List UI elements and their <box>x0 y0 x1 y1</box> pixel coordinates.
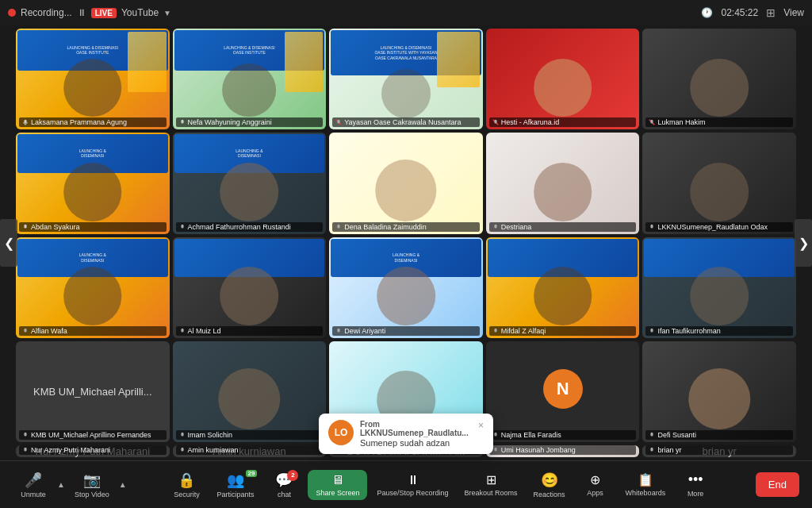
notif-close-button[interactable]: × <box>478 420 484 431</box>
top-bar: Recording... ⏸ LIVE YouTube ▼ 🕐 02:45:22… <box>0 0 812 25</box>
nav-arrow-right[interactable]: ❯ <box>795 219 812 267</box>
tile-name-21: Nur Azmy Putri Maharani <box>19 445 167 455</box>
tile-name-14: Mifdal Z Alfaqi <box>489 326 637 336</box>
grid-view-icon[interactable]: ⊞ <box>766 6 776 19</box>
video-tile-3: LAUNCHING & DISEMINASIOASE INSTITUTE WIT… <box>329 29 483 129</box>
pause-recording-label: Pause/Stop Recording <box>377 489 448 497</box>
svg-rect-14 <box>24 329 26 333</box>
stop-video-label: Stop Video <box>75 491 109 498</box>
svg-rect-13 <box>651 224 653 228</box>
tile-name-13: Dewi Ariyanti <box>332 326 480 336</box>
share-screen-button[interactable]: 🖥 Share Screen <box>308 470 367 500</box>
tile-name-2: Nefa Wahyuning Anggraini <box>176 117 324 127</box>
tile-name-19: Najma Ella Faradis <box>489 430 637 440</box>
pause-icon[interactable]: ⏸ <box>77 7 86 18</box>
svg-rect-15 <box>181 329 183 333</box>
video-tile-7: LAUNCHING &DISEMINASI Achmad Fathurrohma… <box>173 133 327 233</box>
stop-video-button[interactable]: 📷 Stop Video <box>68 468 116 502</box>
share-screen-icon: 🖥 <box>331 473 344 487</box>
svg-rect-18 <box>651 329 653 333</box>
end-button[interactable]: End <box>756 472 799 497</box>
video-tile-19: N Najma Ella Faradis <box>486 341 640 442</box>
apps-button[interactable]: ⊕ Apps <box>575 469 616 500</box>
tile-name-20: Defi Susanti <box>645 430 793 440</box>
video-tile-5: Lukman Hakim <box>642 29 796 129</box>
video-tile-20: Defi Susanti <box>642 341 796 442</box>
chat-label: chat <box>278 491 291 498</box>
avatar-n: N <box>543 369 583 409</box>
toolbar-right: End <box>756 472 799 497</box>
video-tile-6: LAUNCHING &DISEMINASI Abdan Syakura <box>16 133 170 233</box>
video-tile-22: Amin kurniawan Amin kurniawan <box>173 445 327 457</box>
platform-label: YouTube <box>121 7 159 18</box>
video-tile-9: Destriana <box>486 133 640 233</box>
breakout-rooms-button[interactable]: ⊞ Breakout Rooms <box>458 469 524 500</box>
svg-rect-20 <box>181 433 183 437</box>
nav-arrow-left[interactable]: ❮ <box>0 219 17 267</box>
breakout-icon: ⊞ <box>486 472 496 487</box>
video-tile-15: Ifan Taufikurrohman <box>642 237 796 338</box>
video-tile-10: LKKNUSumenep_Raudlatun Odax <box>642 133 796 233</box>
toolbar-left: 🎤 Unmute ▲ 📷 Stop Video ▲ <box>13 468 127 502</box>
top-bar-left: Recording... ⏸ LIVE YouTube ▼ <box>8 7 171 18</box>
notif-message: Sumenep sudah adzan <box>360 438 472 448</box>
video-tile-24: Umi Hasunah Jombang <box>486 445 640 457</box>
unmute-button[interactable]: 🎤 Unmute <box>13 468 54 502</box>
notif-content: From LKKNUSumenep_Raudlatu... Sumenep su… <box>360 420 472 448</box>
tile-name-3: Yayasan Oase Cakrawala Nusantara <box>332 117 480 127</box>
participants-icon: 👥 <box>227 471 244 489</box>
security-icon: 🔒 <box>178 471 195 489</box>
security-button[interactable]: 🔒 Security <box>166 468 207 502</box>
video-tile-1: LAUNCHING & DISEMINASIOASE INSTITUTE Lak… <box>16 29 170 129</box>
reactions-button[interactable]: 😊 Reactions <box>527 468 572 502</box>
svg-rect-0 <box>24 120 26 124</box>
tile-name-9: Destriana <box>489 222 637 232</box>
svg-rect-23 <box>651 433 653 437</box>
camera-off-icon: 📷 <box>83 471 101 489</box>
whiteboards-icon: 📋 <box>638 472 653 487</box>
stop-video-caret[interactable]: ▲ <box>119 480 127 489</box>
unmute-label: Unmute <box>21 491 46 498</box>
video-tile-11: LAUNCHING &DISEMINASI Alfian Wafa <box>16 237 170 338</box>
tile-name-15: Ifan Taufikurrohman <box>645 326 793 336</box>
tile-name-7: Achmad Fathurrohman Rustandi <box>176 222 324 232</box>
more-icon: ••• <box>688 471 703 488</box>
apps-icon: ⊕ <box>590 472 600 487</box>
video-tile-14: Mifdal Z Alfaqi <box>486 237 640 338</box>
clock-icon: 🕐 <box>701 7 713 18</box>
tile-name-17: Imam Solichin <box>176 430 324 440</box>
tile-name-8: Dena Baladina Zaimuddin <box>332 222 480 232</box>
video-grid: LAUNCHING & DISEMINASIOASE INSTITUTE Lak… <box>16 25 796 460</box>
unmute-caret[interactable]: ▲ <box>57 480 65 489</box>
tile-display-name-16: KMB UM_Michael Aprilli... <box>27 386 159 398</box>
svg-rect-8 <box>651 120 653 124</box>
platform-chevron[interactable]: ▼ <box>163 9 171 17</box>
reactions-icon: 😊 <box>541 471 558 489</box>
toolbar: 🎤 Unmute ▲ 📷 Stop Video ▲ 🔒 Security 👥 P… <box>0 460 812 508</box>
time-display: 02:45:22 <box>721 7 758 18</box>
svg-rect-6 <box>494 120 496 124</box>
tile-name-11: Alfian Wafa <box>19 326 167 336</box>
video-tile-21: Nur Azmy Putri Maharani Nur Azmy Putri M… <box>16 445 170 457</box>
more-label: More <box>688 490 704 498</box>
tile-name-5: Lukman Hakim <box>645 117 793 127</box>
whiteboards-label: Whiteboards <box>626 489 666 497</box>
security-label: Security <box>174 491 200 498</box>
tile-name-4: Hesti - Afkaruna.id <box>489 117 637 127</box>
tile-name-16: KMB UM_Michael Aprillino Fernandes <box>19 430 167 440</box>
svg-rect-4 <box>338 120 340 124</box>
video-tile-25: brian yr brian yr <box>642 445 796 457</box>
chat-button[interactable]: 💬 chat <box>263 468 304 502</box>
whiteboards-button[interactable]: 📋 Whiteboards <box>619 469 672 500</box>
svg-rect-2 <box>181 120 183 124</box>
pause-recording-button[interactable]: ⏸ Pause/Stop Recording <box>370 470 454 500</box>
mic-off-icon: 🎤 <box>25 471 42 489</box>
pause-recording-icon: ⏸ <box>407 473 419 487</box>
apps-label: Apps <box>587 489 603 497</box>
participants-count: 29 <box>246 470 258 477</box>
participants-btn-wrap: 👥 Participants 29 <box>210 468 260 502</box>
svg-rect-16 <box>338 329 340 333</box>
notif-avatar: LO <box>328 420 354 445</box>
tile-name-1: Laksamana Prammana Agung <box>19 117 167 127</box>
more-button[interactable]: ••• More <box>675 468 716 501</box>
